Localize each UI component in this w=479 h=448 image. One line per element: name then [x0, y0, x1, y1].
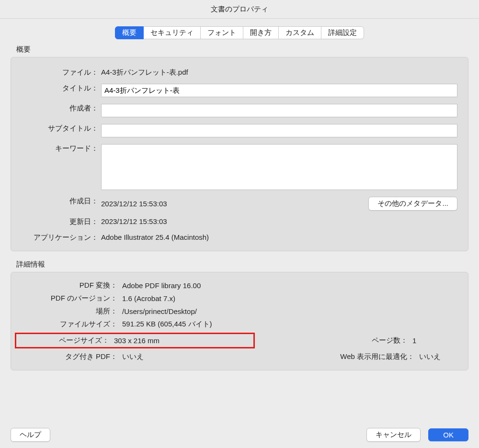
row-title: タイトル： [22, 82, 457, 97]
value-fast-web: いいえ [419, 352, 457, 361]
help-button[interactable]: ヘルプ [11, 428, 50, 442]
label-page-count: ページ数： [255, 336, 413, 345]
value-file: A4-3折パンフレット-表.pdf [101, 68, 188, 77]
row-application: アプリケーション： Adobe Illustrator 25.4 (Macint… [22, 231, 457, 242]
row-subtitle: サブタイトル： [22, 122, 457, 137]
more-metadata-button[interactable]: その他のメタデータ... [368, 197, 457, 211]
value-location: /Users/prinect/Desktop/ [122, 307, 197, 315]
row-tagged-pdf: タグ付き PDF： いいえ Web 表示用に最適化： いいえ [22, 352, 457, 361]
label-application: アプリケーション： [22, 231, 101, 242]
label-pdf-converter: PDF 変換： [22, 281, 122, 290]
subtitle-input[interactable] [101, 124, 457, 137]
value-application: Adobe Illustrator 25.4 (Macintosh) [101, 233, 209, 241]
footer: ヘルプ キャンセル OK [0, 421, 479, 448]
value-page-count: 1 [412, 336, 451, 345]
cancel-button[interactable]: キャンセル [366, 428, 421, 442]
label-location: 場所： [22, 307, 122, 316]
label-file: ファイル： [22, 66, 101, 77]
tab-security[interactable]: セキュリティ [144, 26, 201, 39]
row-page-size: ページサイズ： 303 x 216 mm ページ数： 1 [22, 333, 457, 348]
value-file-size: 591.25 KB (605,445 バイト) [122, 320, 212, 329]
label-subtitle: サブタイトル： [22, 122, 101, 133]
summary-section-label: 概要 [16, 45, 468, 54]
document-properties-window: 文書のプロパティ 概要 セキュリティ フォント 開き方 カスタム 詳細設定 概要… [0, 0, 479, 448]
tab-summary[interactable]: 概要 [115, 26, 144, 39]
author-input[interactable] [101, 104, 457, 117]
tab-advanced[interactable]: 詳細設定 [321, 26, 364, 39]
value-page-size: 303 x 216 mm [114, 336, 160, 345]
value-modified: 2023/12/12 15:53:03 [101, 217, 167, 225]
row-pdf-version: PDF のバージョン： 1.6 (Acrobat 7.x) [22, 294, 457, 303]
value-tagged-pdf: いいえ [122, 352, 144, 361]
label-modified: 更新日： [22, 215, 101, 226]
details-section-label: 詳細情報 [16, 260, 468, 269]
ok-button[interactable]: OK [428, 428, 468, 441]
tab-font[interactable]: フォント [201, 26, 243, 39]
label-keywords: キーワード： [22, 142, 101, 153]
tabbar: 概要 セキュリティ フォント 開き方 カスタム 詳細設定 [11, 26, 468, 39]
row-modified: 更新日： 2023/12/12 15:53:03 [22, 215, 457, 226]
window-title: 文書のプロパティ [0, 0, 479, 19]
keywords-textarea[interactable] [101, 144, 457, 190]
row-pdf-converter: PDF 変換： Adobe PDF library 16.00 [22, 281, 457, 290]
title-input[interactable] [101, 84, 457, 97]
value-pdf-converter: Adobe PDF library 16.00 [122, 281, 201, 290]
label-created: 作成日： [22, 195, 101, 206]
details-section: PDF 変換： Adobe PDF library 16.00 PDF のバージ… [11, 272, 468, 370]
window-content: 概要 セキュリティ フォント 開き方 カスタム 詳細設定 概要 ファイル： A4… [0, 19, 479, 370]
label-author: 作成者： [22, 102, 101, 113]
label-fast-web: Web 表示用に最適化： [262, 352, 420, 361]
row-created: 作成日： 2023/12/12 15:53:03 その他のメタデータ... [22, 195, 457, 211]
tab-open[interactable]: 開き方 [243, 26, 279, 39]
label-pdf-version: PDF のバージョン： [22, 294, 122, 303]
value-created: 2023/12/12 15:53:03 [101, 200, 167, 208]
row-keywords: キーワード： [22, 142, 457, 190]
page-size-highlight: ページサイズ： 303 x 216 mm [15, 333, 255, 348]
label-title: タイトル： [22, 82, 101, 93]
label-tagged-pdf: タグ付き PDF： [22, 352, 122, 361]
row-file: ファイル： A4-3折パンフレット-表.pdf [22, 66, 457, 77]
row-file-size: ファイルサイズ： 591.25 KB (605,445 バイト) [22, 320, 457, 329]
label-file-size: ファイルサイズ： [22, 320, 122, 329]
value-pdf-version: 1.6 (Acrobat 7.x) [122, 294, 175, 302]
row-location: 場所： /Users/prinect/Desktop/ [22, 307, 457, 316]
tab-custom[interactable]: カスタム [279, 26, 321, 39]
label-page-size: ページサイズ： [20, 336, 114, 345]
summary-section: ファイル： A4-3折パンフレット-表.pdf タイトル： 作成者： サブタイト… [11, 57, 468, 251]
row-author: 作成者： [22, 102, 457, 117]
